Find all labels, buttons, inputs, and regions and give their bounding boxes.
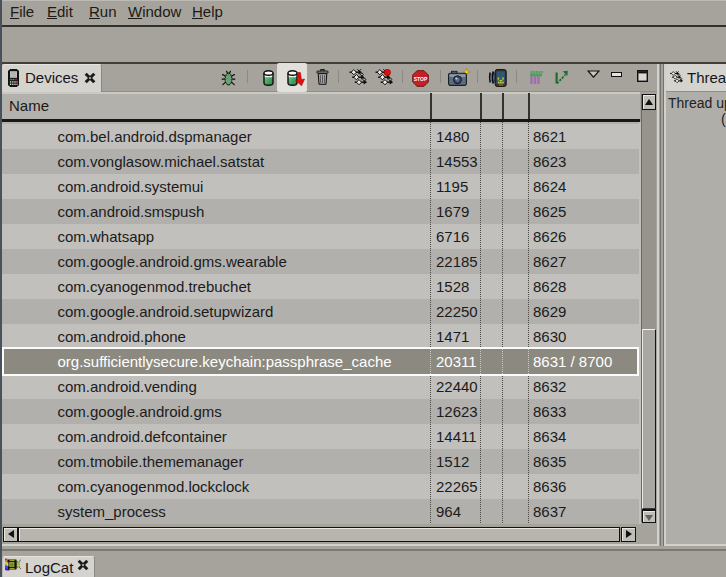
svg-text:STOP: STOP: [414, 76, 428, 82]
